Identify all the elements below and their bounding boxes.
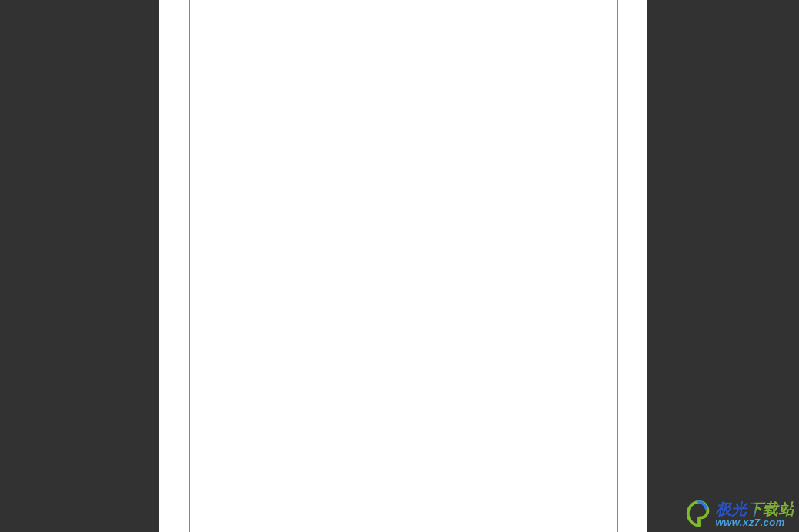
watermark-text-block: 极光下载站 www.xz7.com: [716, 501, 795, 528]
watermark-title: 极光下载站: [716, 501, 795, 517]
source-watermark: 极光下载站 www.xz7.com: [684, 500, 795, 529]
watermark-url: www.xz7.com: [716, 517, 795, 528]
document-page[interactable]: [159, 0, 647, 532]
document-viewer-area[interactable]: 极光下载站 www.xz7.com: [0, 0, 799, 532]
watermark-logo-icon: [684, 500, 714, 529]
